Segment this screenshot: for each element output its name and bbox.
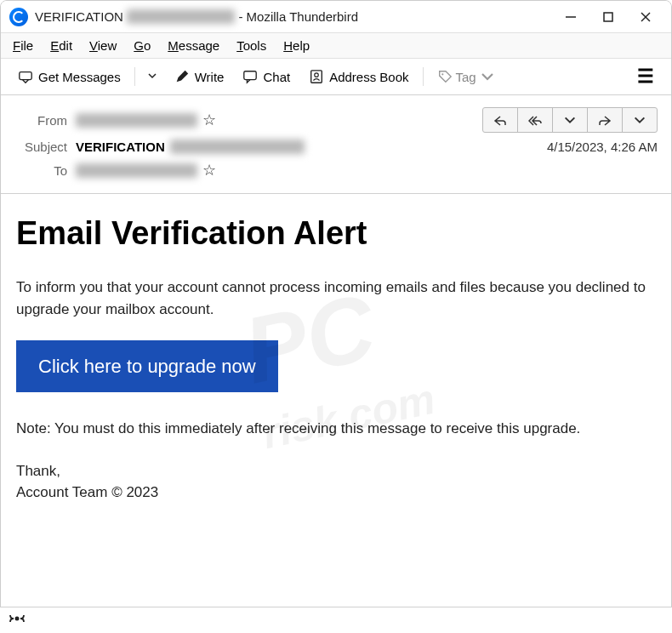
address-book-label: Address Book — [329, 70, 408, 84]
address-book-icon — [309, 69, 324, 84]
upgrade-now-button[interactable]: Click here to upgrade now — [16, 340, 278, 392]
app-menu-button[interactable]: ☰ — [630, 66, 661, 88]
tag-label: Tag — [456, 70, 476, 84]
message-body: PC risk.com Email Verification Alert To … — [1, 194, 671, 519]
titlebar: VERIFICATION xxxxxxxxxxxxxxxxx - Mozilla… — [1, 1, 671, 33]
menu-edit[interactable]: Edit — [50, 38, 72, 53]
close-button[interactable] — [635, 7, 656, 27]
email-note: Note: You must do this immediately after… — [16, 418, 656, 440]
svg-rect-4 — [20, 72, 31, 80]
pencil-icon — [174, 69, 190, 84]
svg-point-7 — [315, 73, 319, 77]
svg-point-9 — [15, 617, 20, 621]
subject-value: VERIFICATION — [76, 140, 165, 154]
statusbar — [0, 607, 672, 633]
thunderbird-icon — [9, 8, 28, 26]
subject-label: Subject — [14, 140, 67, 154]
email-paragraph: To inform you that your account cannot p… — [16, 277, 656, 320]
title-suffix: - Mozilla Thunderbird — [238, 9, 358, 24]
reply-all-button[interactable] — [517, 107, 553, 133]
get-messages-button[interactable]: Get Messages — [11, 66, 128, 88]
title-prefix: VERIFICATION — [35, 9, 123, 24]
email-thank: Thank, — [16, 460, 656, 482]
svg-rect-1 — [604, 13, 612, 21]
chevron-down-icon — [480, 69, 495, 84]
star-from-button[interactable]: ☆ — [202, 111, 216, 129]
menu-file[interactable]: File — [13, 38, 33, 53]
menu-go[interactable]: Go — [134, 38, 151, 53]
minimize-button[interactable] — [561, 7, 581, 27]
separator — [423, 67, 424, 86]
forward-button[interactable] — [587, 107, 623, 133]
tag-button[interactable]: Tag — [430, 66, 502, 88]
toolbar: Get Messages Write Chat Address Book Tag… — [1, 59, 671, 95]
menu-help[interactable]: Help — [283, 38, 310, 53]
menu-view[interactable]: View — [89, 38, 117, 53]
from-label: From — [14, 113, 67, 128]
separator — [134, 67, 135, 86]
maximize-button[interactable] — [598, 7, 618, 27]
download-cloud-icon — [18, 69, 33, 84]
email-signature: Account Team © 2023 — [16, 482, 656, 504]
star-to-button[interactable]: ☆ — [202, 161, 216, 180]
message-headers: From xxxxxxxxxxxxxxxxxxx ☆ Subject VERIF… — [1, 95, 671, 194]
get-messages-chevron[interactable] — [142, 66, 162, 88]
to-label: To — [14, 163, 67, 178]
chat-button[interactable]: Chat — [236, 66, 297, 88]
tag-icon — [437, 69, 453, 84]
window-title: VERIFICATION xxxxxxxxxxxxxxxxx - Mozilla… — [35, 9, 561, 24]
reply-button[interactable] — [482, 107, 518, 133]
from-value-redacted: xxxxxxxxxxxxxxxxxxx — [76, 113, 197, 128]
menubar: File Edit View Go Message Tools Help — [1, 33, 671, 59]
message-actions — [482, 107, 658, 133]
get-messages-label: Get Messages — [38, 70, 121, 84]
write-label: Write — [195, 70, 225, 84]
address-book-button[interactable]: Address Book — [302, 66, 415, 88]
message-date: 4/15/2023, 4:26 AM — [547, 140, 658, 154]
write-button[interactable]: Write — [168, 66, 231, 88]
chat-label: Chat — [263, 70, 290, 84]
more-actions-chevron[interactable] — [622, 107, 658, 133]
to-value-redacted: xxxxxxxxxxxxxxxxxxx — [76, 163, 197, 178]
menu-message[interactable]: Message — [168, 38, 219, 53]
reply-all-chevron[interactable] — [552, 107, 588, 133]
chevron-down-icon — [147, 71, 157, 81]
menu-tools[interactable]: Tools — [236, 38, 266, 53]
connection-status-icon[interactable] — [9, 612, 26, 625]
svg-rect-5 — [244, 71, 256, 80]
chat-icon — [242, 69, 258, 84]
title-redacted: xxxxxxxxxxxxxxxxx — [127, 9, 236, 24]
subject-redacted: xxxxxxxxxxxxxxxxxxx — [170, 140, 305, 154]
email-title: Email Verification Alert — [16, 209, 656, 258]
svg-point-8 — [441, 73, 443, 75]
